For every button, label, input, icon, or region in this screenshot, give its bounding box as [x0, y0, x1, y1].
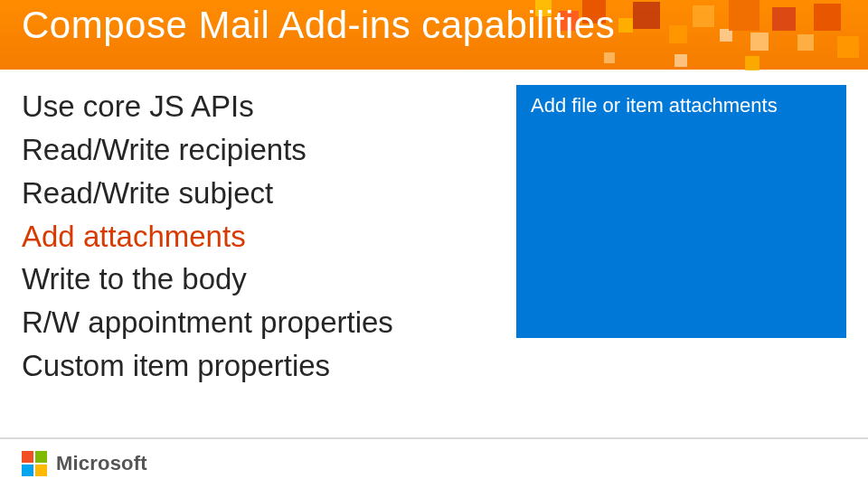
- capabilities-list: Use core JS APIs Read/Write recipients R…: [22, 85, 492, 388]
- microsoft-logo: Microsoft: [22, 451, 147, 476]
- capability-item: Custom item properties: [22, 344, 492, 388]
- microsoft-logo-text: Microsoft: [56, 452, 147, 475]
- slide: Compose Mail Add-ins capabilities Use co…: [0, 0, 868, 488]
- capability-item: Read/Write recipients: [22, 128, 492, 172]
- capability-item: Write to the body: [22, 258, 492, 301]
- capability-item-highlighted: Add attachments: [22, 215, 492, 258]
- detail-panel: Add file or item attachments: [516, 85, 846, 338]
- capability-item: Use core JS APIs: [22, 85, 492, 128]
- footer: Microsoft: [0, 437, 868, 488]
- capability-item: Read/Write subject: [22, 172, 492, 215]
- microsoft-logo-icon: [22, 451, 47, 476]
- title-band: Compose Mail Add-ins capabilities: [0, 0, 868, 70]
- detail-panel-text: Add file or item attachments: [531, 94, 832, 117]
- capability-item: R/W appointment properties: [22, 301, 492, 344]
- slide-title: Compose Mail Add-ins capabilities: [22, 4, 615, 47]
